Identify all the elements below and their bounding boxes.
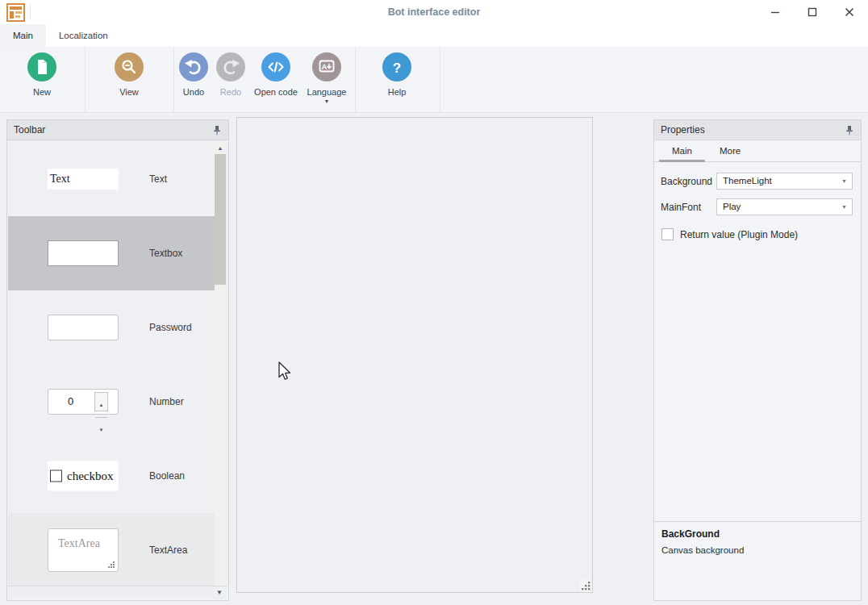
background-field-label: Background (661, 176, 716, 187)
language-button[interactable]: A Language ▼ (300, 52, 353, 103)
textarea-placeholder: TextArea (58, 537, 100, 549)
mainfont-dropdown[interactable]: Play ▼ (716, 198, 853, 215)
toolbox-item-password-label: Password (149, 322, 192, 333)
description-title: BackGround (661, 528, 720, 540)
number-spinner: ▲ ▼ (94, 392, 108, 411)
text-preview: Text (48, 169, 119, 190)
resize-grip-icon (108, 561, 115, 569)
toolbox-item-textbox[interactable]: Textbox (8, 216, 216, 290)
background-dropdown[interactable]: ThemeLight ▼ (716, 173, 853, 190)
new-button[interactable]: New (18, 52, 66, 97)
number-preview: 0 ▲ ▼ (48, 389, 119, 415)
help-button[interactable]: ? Help (373, 52, 421, 97)
textbox-preview (48, 240, 119, 266)
return-value-checkbox[interactable] (661, 228, 674, 240)
ribbon-toolbar: New View Undo (0, 47, 868, 113)
tab-main-label: Main (13, 31, 33, 40)
open-code-button[interactable]: Open code (250, 52, 302, 97)
toolbox-item-text-label: Text (149, 173, 167, 185)
view-button[interactable]: View (105, 52, 153, 97)
properties-tab-main[interactable]: Main (664, 140, 700, 161)
return-value-checkbox-row: Return value (Plugin Mode) (661, 228, 798, 240)
toolbox-item-password[interactable]: Password (8, 290, 216, 365)
dropdown-caret-icon: ▼ (841, 204, 847, 211)
help-button-label: Help (388, 87, 407, 97)
minimize-button[interactable] (757, 0, 794, 24)
pin-icon[interactable] (212, 125, 222, 136)
toolbox-item-number-label: Number (149, 396, 184, 407)
toolbar-panel-title: Toolbar (14, 124, 212, 136)
close-icon (845, 7, 854, 17)
window-controls (757, 0, 868, 24)
ribbon-separator (355, 47, 356, 113)
toolbox-item-text[interactable]: Text Text (8, 142, 216, 216)
textarea-preview: TextArea (48, 528, 119, 572)
properties-tabs: Main More (654, 140, 861, 162)
background-field-row: Background ThemeLight ▼ (661, 173, 853, 190)
dropdown-caret-icon: ▼ (841, 178, 847, 185)
ribbon-separator (440, 47, 440, 113)
tab-localization-label: Localization (59, 31, 108, 40)
toolbar-panel-header: Toolbar (7, 120, 228, 140)
view-button-label: View (119, 87, 139, 97)
help-icon: ? (382, 52, 411, 81)
new-document-icon (27, 52, 56, 81)
properties-tab-more[interactable]: More (712, 140, 749, 161)
toolbox-item-textbox-label: Textbox (149, 248, 182, 259)
checkbox-preview-box (50, 470, 62, 482)
toolbar-panel: Toolbar Text Text Textbox (6, 119, 229, 601)
boolean-preview: checkbox (48, 461, 119, 491)
toolbox-item-number[interactable]: 0 ▲ ▼ Number (8, 365, 216, 439)
tab-main[interactable]: Main (0, 24, 46, 47)
pin-icon[interactable] (845, 125, 854, 136)
properties-panel-header: Properties (654, 120, 861, 140)
tab-localization[interactable]: Localization (46, 24, 121, 47)
undo-button-label: Undo (183, 87, 204, 97)
code-icon (261, 52, 290, 81)
language-button-label: Language (307, 87, 347, 97)
scroll-down-icon[interactable]: ▼ (216, 589, 223, 596)
minimize-icon (770, 7, 780, 17)
description-divider (654, 521, 861, 522)
mainfont-field-row: MainFont Play ▼ (661, 198, 853, 215)
background-dropdown-value: ThemeLight (723, 176, 772, 186)
canvas-resize-grip-icon (582, 582, 590, 590)
password-preview (48, 315, 119, 340)
toolbox-item-textarea-label: TextArea (149, 544, 187, 556)
redo-icon (216, 52, 245, 81)
document-tabs: Main Localization (0, 24, 868, 47)
return-value-checkbox-label: Return value (Plugin Mode) (680, 229, 798, 240)
svg-text:?: ? (393, 60, 401, 76)
title-bar: Bot interface editor (0, 0, 868, 24)
spinner-up-icon: ▲ (95, 393, 107, 418)
scroll-up-icon[interactable]: ▲ (215, 142, 226, 153)
redo-button-label: Redo (220, 87, 241, 97)
properties-panel: Properties Main More Background ThemeLig… (653, 119, 862, 601)
content-area: Toolbar Text Text Textbox (0, 113, 868, 605)
properties-panel-title: Properties (661, 124, 845, 136)
mainfont-field-label: MainFont (661, 202, 716, 213)
toolbox-item-textarea[interactable]: TextArea TextArea (8, 513, 216, 586)
number-preview-value: 0 (68, 395, 73, 407)
maximize-button[interactable] (794, 0, 831, 24)
toolbox-vertical-scrollbar[interactable]: ▲ (215, 142, 226, 589)
maximize-icon (807, 7, 817, 17)
canvas-resize-handle[interactable] (579, 579, 591, 591)
svg-text:A: A (322, 62, 328, 71)
language-translate-icon: A (312, 52, 341, 81)
open-code-button-label: Open code (254, 87, 298, 97)
new-button-label: New (33, 87, 51, 97)
app-window: Bot interface editor Main Localization (0, 0, 868, 605)
close-button[interactable] (831, 0, 868, 24)
redo-button: Redo (211, 52, 250, 97)
checkbox-preview-label: checkbox (67, 469, 113, 483)
design-canvas[interactable] (236, 117, 593, 593)
toolbox-item-boolean[interactable]: checkbox Boolean (8, 439, 216, 513)
undo-button[interactable]: Undo (174, 52, 213, 97)
zoom-view-icon (115, 52, 144, 81)
toolbox-item-boolean-label: Boolean (149, 470, 185, 482)
toolbox-list: Text Text Textbox Password 0 ▲ (7, 140, 228, 586)
scrollbar-thumb[interactable] (215, 154, 226, 285)
ribbon-separator (85, 47, 86, 113)
properties-tab-main-label: Main (672, 146, 692, 156)
